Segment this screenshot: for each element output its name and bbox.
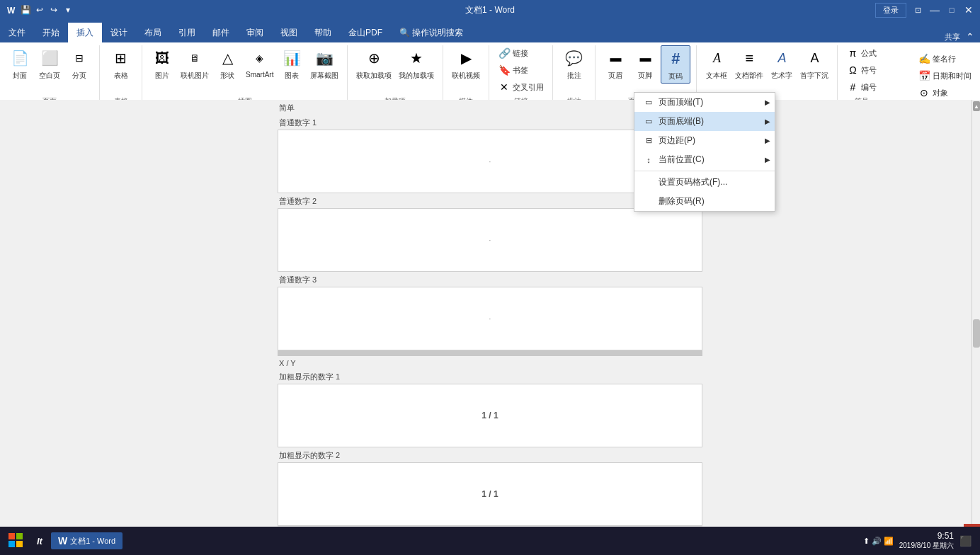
shapes-label: 形状 <box>220 71 234 81</box>
btn-online-video[interactable]: ▶ 联机视频 <box>449 45 483 82</box>
btn-shapes[interactable]: △ 形状 <box>213 45 241 82</box>
btn-header[interactable]: ▬ 页眉 <box>601 45 629 82</box>
btn-online-picture[interactable]: 🖥 联机图片 <box>178 45 212 82</box>
btn-chart[interactable]: 📊 图表 <box>278 45 306 82</box>
search-icon: 🔍 <box>399 28 410 38</box>
btn-number[interactable]: # 编号 <box>843 79 879 95</box>
btn-smartart[interactable]: ◈ SmartArt <box>243 45 276 80</box>
minimize-icon[interactable]: — <box>929 4 940 16</box>
comment-label: 批注 <box>567 71 581 81</box>
tab-home[interactable]: 开始 <box>34 23 68 42</box>
tab-insert[interactable]: 插入 <box>68 23 102 42</box>
btn-dropcap[interactable]: A 首字下沉 <box>797 45 831 82</box>
tab-layout[interactable]: 布局 <box>136 23 170 42</box>
btn-bookmark[interactable]: 🔖 书签 <box>495 62 547 78</box>
btn-crossref[interactable]: ✕ 交叉引用 <box>495 79 547 95</box>
btn-link[interactable]: 🔗 链接 <box>495 45 547 61</box>
taskbar-text[interactable]: It <box>31 533 48 549</box>
symbol-icon: Ω <box>846 64 859 76</box>
close-icon[interactable]: ✕ <box>963 4 974 16</box>
bookmark-icon: 🔖 <box>498 64 511 76</box>
header-icon: ▬ <box>604 47 627 69</box>
btn-cover[interactable]: 📄 封面 <box>6 45 34 82</box>
taskbar-right: ⬆ 🔊 📶 9:51 2019/8/10 星期六 ⬛ <box>863 531 977 551</box>
btn-page-number[interactable]: # 页码 <box>661 45 690 84</box>
blank-page-label: 空白页 <box>39 71 60 81</box>
link-icon: 🔗 <box>498 47 511 59</box>
quick-access-dropdown[interactable]: ▾ <box>62 4 74 16</box>
document-area: 简单 普通数字 1 · 普通数字 2 · 普通数字 3 · X / Y 加粗显示… <box>0 100 980 538</box>
maximize-icon[interactable]: □ <box>946 4 957 16</box>
menu-page-bottom[interactable]: ▭ 页面底端(B) ▶ <box>634 112 775 131</box>
ribbon-tabs: 文件 开始 插入 设计 布局 引用 邮件 审阅 视图 帮助 金山PDF 🔍 操作… <box>0 20 980 42</box>
tab-view[interactable]: 视图 <box>272 23 306 42</box>
ribbon-group-illustrations: 🖼 图片 🖥 联机图片 △ 形状 ◈ SmartArt 📊 图表 📷 屏幕截 <box>142 45 348 106</box>
content-bold-2: 1 / 1 <box>482 489 498 499</box>
btn-object[interactable]: ⊙ 对象 <box>915 85 974 101</box>
scrollbar[interactable]: ▲ ▼ <box>972 100 980 538</box>
share-button[interactable]: 共享 <box>945 32 960 42</box>
wordart-label: 艺术字 <box>771 71 792 81</box>
my-addins-label: 我的加载项 <box>399 71 434 81</box>
box-bold-2: 1 / 1 <box>278 462 702 526</box>
page-number-menu: ▭ 页面顶端(T) ▶ ▭ 页面底端(B) ▶ ⊟ 页边距(P) ▶ ↕ 当前位… <box>634 92 775 212</box>
btn-signature[interactable]: ✍ 签名行 <box>915 51 974 67</box>
menu-page-margin-label: 页边距(P) <box>659 135 695 147</box>
menu-delete-pagenum-label: 删除页码(R) <box>659 195 705 207</box>
table-label: 表格 <box>114 71 128 81</box>
taskbar: It W 文档1 - Word ⬆ 🔊 📶 9:51 2019/8/10 星期六… <box>0 527 980 555</box>
ribbon-group-media: ▶ 联机视频 媒体 <box>443 45 489 106</box>
btn-get-addins[interactable]: ⊕ 获取加载项 <box>353 45 394 82</box>
redo-icon[interactable]: ↪ <box>48 4 59 16</box>
tab-search[interactable]: 🔍 操作说明搜索 <box>391 23 472 42</box>
btn-datetime[interactable]: 📅 日期和时间 <box>915 68 974 84</box>
btn-wordart[interactable]: A 艺术字 <box>768 45 796 82</box>
btn-textbox[interactable]: A 文本框 <box>702 45 731 82</box>
tab-review[interactable]: 审阅 <box>238 23 272 42</box>
box-plain-3: · <box>278 287 702 350</box>
tab-mailings[interactable]: 邮件 <box>204 23 238 42</box>
content-plain-2: · <box>489 236 491 244</box>
btn-my-addins[interactable]: ★ 我的加载项 <box>396 45 437 82</box>
btn-footer[interactable]: ▬ 页脚 <box>631 45 659 82</box>
undo-icon[interactable]: ↩ <box>34 4 45 16</box>
page-margin-arrow: ▶ <box>765 137 770 144</box>
show-desktop-icon[interactable]: ⬛ <box>959 535 972 547</box>
btn-screenshot[interactable]: 📷 屏幕截图 <box>307 45 341 82</box>
login-button[interactable]: 登录 <box>875 3 906 18</box>
smartart-icon: ◈ <box>249 47 271 69</box>
tab-pdf[interactable]: 金山PDF <box>340 23 391 42</box>
start-button[interactable] <box>3 530 28 552</box>
menu-delete-pagenum[interactable]: 删除页码(R) <box>634 192 775 211</box>
tab-references[interactable]: 引用 <box>170 23 204 42</box>
tab-design[interactable]: 设计 <box>102 23 136 42</box>
format-pagenum-icon <box>643 177 654 188</box>
tab-file[interactable]: 文件 <box>0 23 34 42</box>
btn-picture[interactable]: 🖼 图片 <box>148 45 176 82</box>
scroll-thumb[interactable] <box>973 319 980 348</box>
save-icon[interactable]: 💾 <box>20 4 31 16</box>
btn-page-break[interactable]: ⊟ 分页 <box>65 45 93 82</box>
btn-comment[interactable]: 💬 批注 <box>560 45 588 82</box>
scroll-up[interactable]: ▲ <box>973 101 980 111</box>
tab-help[interactable]: 帮助 <box>306 23 340 42</box>
my-addins-icon: ★ <box>405 47 428 69</box>
btn-blank-page[interactable]: ⬜ 空白页 <box>35 45 64 82</box>
btn-equation[interactable]: π 公式 <box>843 45 879 61</box>
btn-docparts[interactable]: ≡ 文档部件 <box>732 45 766 82</box>
label-bold-1: 加粗显示的数字 1 <box>278 369 702 384</box>
menu-current-pos[interactable]: ↕ 当前位置(C) ▶ <box>634 150 775 169</box>
current-pos-icon: ↕ <box>643 154 654 166</box>
menu-current-pos-label: 当前位置(C) <box>659 154 705 166</box>
menu-page-margin[interactable]: ⊟ 页边距(P) ▶ <box>634 131 775 150</box>
btn-symbol[interactable]: Ω 符号 <box>843 62 879 78</box>
menu-page-top[interactable]: ▭ 页面顶端(T) ▶ <box>634 93 775 112</box>
section-xy: X / Y 加粗显示的数字 1 1 / 1 加粗显示的数字 2 1 / 1 <box>278 356 702 526</box>
btn-table[interactable]: ⊞ 表格 <box>107 45 135 82</box>
restore-icon[interactable]: ⊡ <box>912 4 923 16</box>
menu-format-pagenum[interactable]: 设置页码格式(F)... <box>634 173 775 192</box>
taskbar-word[interactable]: W 文档1 - Word <box>51 532 122 549</box>
ribbon-expand-icon[interactable]: ⌃ <box>966 31 974 42</box>
shapes-icon: △ <box>216 47 239 69</box>
picture-label: 图片 <box>155 71 169 81</box>
